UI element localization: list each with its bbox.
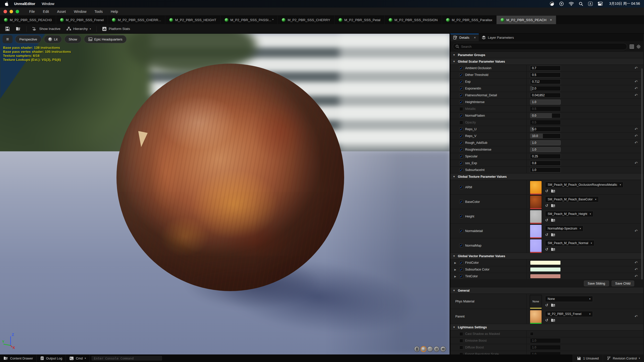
- platform-stats-button[interactable]: Platform Stats: [100, 25, 133, 32]
- parameter-checkbox[interactable]: ✓: [459, 244, 463, 247]
- reset-to-default-icon[interactable]: ↶: [634, 134, 638, 138]
- value-input[interactable]: 5.0: [530, 127, 561, 132]
- menubar-app-name[interactable]: UnrealEditor: [14, 2, 35, 6]
- preview-shape-sphere[interactable]: [421, 346, 426, 352]
- reset-to-default-icon[interactable]: ↶: [634, 86, 638, 91]
- value-input[interactable]: 0.041852: [530, 93, 561, 98]
- texture-thumbnail[interactable]: [530, 225, 542, 237]
- details-scroll-area[interactable]: ▼ Parameter Groups ▼ Global Scalar Param…: [450, 52, 643, 354]
- save-button[interactable]: [3, 25, 12, 32]
- color-swatch[interactable]: [530, 267, 561, 272]
- asset-tab[interactable]: M_P2_PBR_SSS_CHERR...: [108, 16, 165, 24]
- playback-icon[interactable]: [559, 2, 564, 6]
- parameter-checkbox[interactable]: ✓: [459, 168, 463, 172]
- browse-to-asset-icon[interactable]: [551, 189, 555, 193]
- parameter-checkbox[interactable]: ✓: [459, 200, 463, 204]
- parameter-checkbox[interactable]: ✓: [459, 94, 463, 97]
- reset-to-default-icon[interactable]: ↶: [634, 79, 638, 84]
- minimize-window-button[interactable]: [10, 10, 13, 13]
- preview-shape-custom-mesh[interactable]: [440, 346, 446, 352]
- texture-thumbnail[interactable]: [530, 196, 542, 208]
- parameter-checkbox[interactable]: [459, 107, 463, 111]
- cmd-selector[interactable]: Cmd ▾: [66, 354, 90, 362]
- asset-dropdown[interactable]: M_P2_PBR_SSS_Frenel ▾: [545, 311, 593, 317]
- editor-menu-item[interactable]: Asset: [54, 9, 69, 14]
- browse-to-asset-icon[interactable]: [551, 303, 555, 307]
- asset-dropdown[interactable]: SM_Peach_M_Peach_Height ▾: [545, 211, 593, 217]
- use-selected-asset-icon[interactable]: ↺: [545, 189, 548, 193]
- expand-arrow-icon[interactable]: ▶: [454, 275, 456, 278]
- show-inactive-button[interactable]: Show Inactive: [30, 25, 63, 32]
- override-checkbox[interactable]: [459, 352, 463, 355]
- asset-tab[interactable]: M_P2_PBR_SSS_Parallax: [442, 16, 497, 24]
- use-selected-asset-icon[interactable]: ↺: [545, 233, 548, 237]
- asset-dropdown[interactable]: None ▾: [545, 296, 593, 302]
- material-preview-viewport[interactable]: ≡ Perspective Lit Show Epic Headquarters…: [0, 34, 450, 354]
- reset-to-default-icon[interactable]: ↶: [634, 141, 638, 145]
- value-input[interactable]: 1.0: [530, 352, 561, 354]
- asset-tab[interactable]: M_P2_PBR_SSS_HEIGHT: [165, 16, 221, 24]
- editor-menu-item[interactable]: File: [26, 9, 38, 14]
- parameter-checkbox[interactable]: ✓: [459, 100, 463, 104]
- parameter-checkbox[interactable]: ✓: [459, 148, 463, 152]
- hierarchy-button[interactable]: Hierarchy ▾: [64, 25, 93, 32]
- preview-shape-cube[interactable]: [434, 346, 439, 352]
- parameter-checkbox[interactable]: ✓: [459, 73, 463, 77]
- browse-to-asset-icon[interactable]: [551, 247, 555, 251]
- scalar-section-header[interactable]: ▼ Global Scalar Parameter Values: [450, 58, 643, 65]
- save-child-button[interactable]: Save Child: [612, 281, 634, 286]
- value-input[interactable]: 1.0: [530, 147, 561, 152]
- editor-menu-item[interactable]: Edit: [40, 9, 52, 14]
- value-input[interactable]: 1.0: [530, 167, 561, 172]
- lit-mode-button[interactable]: Lit: [44, 35, 62, 43]
- value-input[interactable]: 1.0: [530, 338, 561, 343]
- apple-menu-icon[interactable]: [4, 2, 9, 6]
- parameter-groups-header[interactable]: ▼ Parameter Groups: [450, 52, 643, 58]
- details-scrollbar[interactable]: [641, 68, 643, 280]
- gear-icon[interactable]: [636, 44, 641, 49]
- viewport-options-button[interactable]: ≡: [3, 35, 13, 43]
- content-drawer-button[interactable]: Content Drawer: [0, 354, 37, 362]
- asset-tab[interactable]: M_P2_PBR_SSS_Frenel: [56, 16, 108, 24]
- value-input[interactable]: 1.0: [530, 345, 561, 350]
- reset-to-default-icon[interactable]: ↶: [634, 93, 638, 98]
- reset-to-default-icon[interactable]: ↶: [634, 274, 638, 279]
- preview-sphere-peach-material[interactable]: [116, 64, 344, 291]
- texture-thumbnail[interactable]: [530, 181, 542, 194]
- spotlight-icon[interactable]: [579, 2, 583, 6]
- parameter-checkbox[interactable]: ✓: [459, 214, 463, 218]
- asset-tab[interactable]: M_P2_PBR_SSS_CHERRY: [278, 16, 334, 24]
- value-input[interactable]: 1.0: [530, 140, 561, 145]
- preview-shape-cylinder[interactable]: [414, 346, 420, 352]
- parameter-checkbox[interactable]: ✓: [459, 87, 463, 90]
- asset-tab[interactable]: M_P2_PBR_SSS_PASSI... *: [221, 16, 278, 24]
- texture-thumbnail[interactable]: [530, 210, 542, 223]
- parameter-checkbox[interactable]: ✓: [459, 185, 463, 189]
- parameter-checkbox[interactable]: [459, 121, 463, 124]
- reset-to-default-icon[interactable]: ↶: [634, 314, 638, 319]
- color-swatch[interactable]: [530, 260, 561, 265]
- value-input[interactable]: 10.0: [530, 133, 561, 139]
- parameter-checkbox[interactable]: ✓: [459, 275, 463, 278]
- browse-to-asset-button[interactable]: [13, 25, 23, 32]
- texture-thumbnail[interactable]: [530, 310, 542, 323]
- tab-layer-parameters[interactable]: Layer Parameters: [479, 34, 517, 41]
- reset-to-default-icon[interactable]: ↶: [634, 66, 638, 70]
- asset-dropdown[interactable]: SM_Peach_M_Peach_Normal ▾: [545, 240, 594, 246]
- expand-arrow-icon[interactable]: ▶: [454, 261, 456, 264]
- texture-thumbnail[interactable]: [530, 239, 542, 252]
- expand-arrow-icon[interactable]: ▶: [454, 268, 456, 271]
- asset-tab[interactable]: M_P2_PBR_SSS_Petal: [335, 16, 385, 24]
- parameter-checkbox[interactable]: ✓: [459, 261, 463, 265]
- texture-thumbnail[interactable]: None: [530, 295, 542, 308]
- parameter-checkbox[interactable]: ✓: [459, 141, 463, 145]
- browse-to-asset-icon[interactable]: [551, 218, 555, 222]
- display-filter-icon[interactable]: [630, 44, 634, 49]
- value-input[interactable]: 0.7: [530, 66, 561, 71]
- value-input[interactable]: 0.5: [530, 120, 561, 125]
- browse-to-asset-icon[interactable]: [551, 233, 555, 237]
- search-input[interactable]: [461, 45, 624, 49]
- use-selected-asset-icon[interactable]: ↺: [545, 204, 548, 207]
- parameter-checkbox[interactable]: ✓: [459, 66, 463, 70]
- editor-menu-item[interactable]: Window: [71, 9, 90, 14]
